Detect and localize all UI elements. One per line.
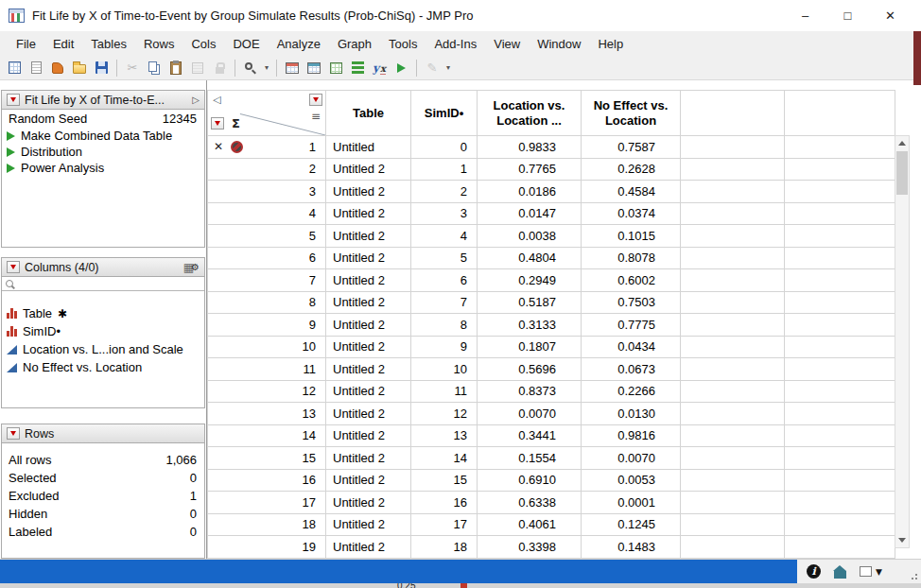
cell-noeffect-vs-location[interactable]: 0.1015 — [582, 225, 681, 248]
cell-table[interactable]: Untitled 2 — [326, 403, 411, 425]
report-panel-header[interactable]: Fit Life by X of Time-to-E... ▷ — [2, 91, 204, 110]
toolbar-overflow-icon[interactable]: ▾ — [443, 63, 453, 72]
cell-location-vs-location[interactable]: 0.4061 — [478, 513, 582, 536]
cell-table[interactable]: Untitled 2 — [326, 380, 411, 403]
cell-location-vs-location[interactable]: 0.0186 — [478, 181, 582, 203]
column-item[interactable]: SimID• — [2, 322, 204, 340]
cell-location-vs-location[interactable]: 0.7765 — [478, 158, 582, 181]
cell-location-vs-location[interactable]: 0.1554 — [478, 447, 582, 470]
cell-table[interactable]: Untitled 2 — [326, 225, 411, 248]
bar-chart-icon[interactable] — [347, 58, 368, 78]
cell-empty[interactable] — [681, 469, 785, 492]
cut-icon[interactable]: ✂ — [122, 58, 143, 78]
cell-empty[interactable] — [785, 469, 895, 492]
cell-noeffect-vs-location[interactable]: 0.0001 — [582, 492, 681, 514]
cell-location-vs-location[interactable]: 0.0070 — [478, 403, 582, 425]
open-icon[interactable] — [69, 58, 90, 78]
cell-empty[interactable] — [681, 181, 785, 203]
cell-location-vs-location[interactable]: 0.8373 — [478, 380, 582, 403]
home-window-icon[interactable] — [834, 571, 846, 579]
cell-empty[interactable] — [681, 225, 785, 248]
cell-simid[interactable]: 17 — [411, 513, 478, 536]
red-triangle-menu-icon[interactable] — [7, 427, 20, 440]
cell-empty[interactable] — [681, 247, 785, 269]
cell-location-vs-location[interactable]: 0.4804 — [478, 247, 582, 269]
collapse-panel-icon[interactable]: ◁ — [213, 94, 220, 106]
cell-empty[interactable] — [785, 158, 895, 181]
save-icon[interactable] — [91, 58, 112, 78]
cell-noeffect-vs-location[interactable]: 0.1245 — [582, 513, 681, 536]
cell-table[interactable]: Untitled 2 — [326, 336, 411, 358]
cell-table[interactable]: Untitled 2 — [326, 247, 411, 269]
info-icon[interactable] — [807, 564, 821, 579]
cell-simid[interactable]: 4 — [411, 225, 478, 248]
cell-empty[interactable] — [785, 314, 895, 337]
clear-icon[interactable] — [187, 58, 208, 78]
scrollbar-thumb[interactable] — [896, 151, 908, 195]
cell-simid[interactable]: 7 — [411, 291, 478, 314]
cell-empty[interactable] — [785, 447, 895, 470]
cell-empty[interactable] — [681, 314, 785, 337]
menu-item[interactable]: Help — [589, 33, 632, 55]
row-stat[interactable]: Labeled 0 — [2, 523, 204, 541]
menu-item[interactable]: Rows — [135, 33, 183, 55]
cell-simid[interactable]: 10 — [411, 358, 478, 381]
menu-item[interactable]: Window — [529, 33, 589, 55]
cell-simid[interactable]: 6 — [411, 269, 478, 292]
row-header[interactable]: 6 — [208, 247, 326, 269]
lock-icon[interactable] — [209, 58, 230, 78]
cell-simid[interactable]: 9 — [411, 336, 478, 358]
cell-noeffect-vs-location[interactable]: 0.2266 — [582, 380, 681, 403]
vertical-scrollbar[interactable] — [895, 135, 910, 548]
cell-table[interactable]: Untitled 2 — [326, 158, 411, 181]
cell-table[interactable]: Untitled 2 — [326, 513, 411, 536]
menu-item[interactable]: DOE — [224, 33, 268, 55]
cell-noeffect-vs-location[interactable]: 0.7587 — [582, 136, 681, 159]
cell-empty[interactable] — [681, 403, 785, 425]
cell-location-vs-location[interactable]: 0.3133 — [478, 314, 582, 337]
cell-table[interactable]: Untitled 2 — [326, 424, 411, 447]
cell-location-vs-location[interactable]: 0.0147 — [478, 202, 582, 225]
column-list-icon[interactable]: ≡ — [311, 111, 321, 122]
cell-location-vs-location[interactable]: 0.6338 — [478, 492, 582, 514]
cell-simid[interactable]: 1 — [411, 158, 478, 181]
menu-item[interactable]: File — [8, 33, 44, 55]
column-header-noeffect[interactable]: No Effect vs.Location — [582, 91, 681, 136]
cell-table[interactable]: Untitled 2 — [326, 469, 411, 492]
cell-simid[interactable]: 15 — [411, 469, 478, 492]
cell-empty[interactable] — [785, 358, 895, 381]
cell-simid[interactable]: 0 — [411, 136, 478, 159]
panel-expand-icon[interactable]: ▷ — [192, 95, 200, 105]
row-header[interactable]: 16 — [208, 469, 326, 492]
cell-empty[interactable] — [785, 336, 895, 358]
cell-empty[interactable] — [785, 513, 895, 536]
row-stat[interactable]: Hidden 0 — [2, 505, 204, 523]
row-header[interactable]: 9 — [208, 314, 326, 337]
script-item[interactable]: Distribution — [2, 144, 204, 160]
cell-location-vs-location[interactable]: 0.3398 — [478, 536, 582, 559]
cell-empty[interactable] — [681, 336, 785, 358]
cell-simid[interactable]: 13 — [411, 424, 478, 447]
row-header[interactable]: 11 — [208, 358, 326, 381]
cell-location-vs-location[interactable]: 0.1807 — [478, 336, 582, 358]
red-triangle-menu-icon[interactable] — [7, 261, 20, 273]
maximize-button[interactable]: □ — [826, 1, 869, 31]
cell-location-vs-location[interactable]: 0.0038 — [478, 225, 582, 248]
cell-noeffect-vs-location[interactable]: 0.6002 — [582, 269, 681, 292]
column-header-table[interactable]: Table — [326, 91, 411, 136]
cell-table[interactable]: Untitled 2 — [326, 202, 411, 225]
cell-noeffect-vs-location[interactable]: 0.0070 — [582, 447, 681, 470]
cell-empty[interactable] — [681, 158, 785, 181]
menu-item[interactable]: Add-Ins — [426, 33, 485, 55]
cell-table[interactable]: Untitled 2 — [326, 269, 411, 292]
row-header[interactable]: 15 — [208, 447, 326, 470]
new-journal-icon[interactable] — [26, 58, 46, 78]
cell-noeffect-vs-location[interactable]: 0.0053 — [582, 469, 681, 492]
row-header[interactable]: 2 — [208, 158, 326, 181]
cell-table[interactable]: Untitled 2 — [326, 447, 411, 470]
cell-location-vs-location[interactable]: 0.3441 — [478, 424, 582, 447]
grid-table-icon[interactable] — [325, 58, 346, 78]
cell-location-vs-location[interactable]: 0.5187 — [478, 291, 582, 314]
cell-empty[interactable] — [785, 424, 895, 447]
script-item[interactable]: Power Analysis — [2, 160, 204, 176]
